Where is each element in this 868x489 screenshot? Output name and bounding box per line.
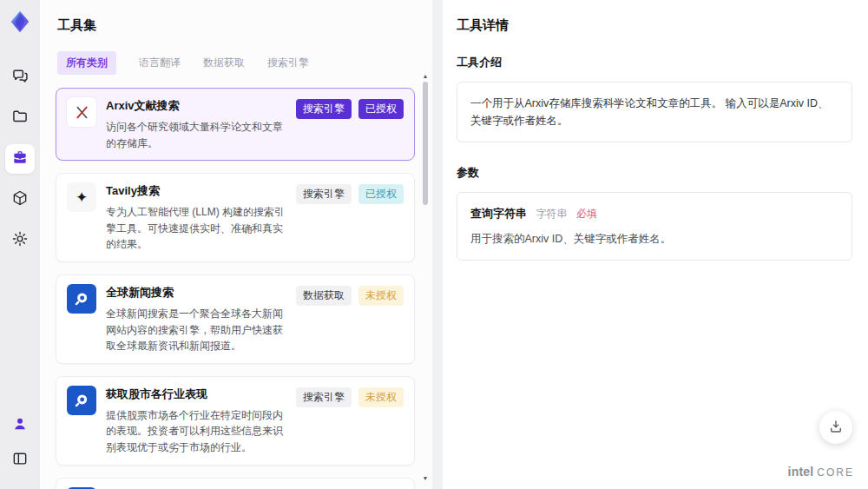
tool-list-panel: 工具集 所有类别语言翻译数据获取搜索引擎 Arxiv文献搜索 访问各个研究领域大… <box>40 0 432 489</box>
tool-name: Tavily搜索 <box>106 183 286 199</box>
sidebar-item-files[interactable] <box>5 103 35 133</box>
intro-heading: 工具介绍 <box>457 55 852 70</box>
detail-title: 工具详情 <box>457 17 852 34</box>
tab-1[interactable]: 语言翻译 <box>139 51 181 75</box>
sparkle-icon: ✦ <box>67 182 96 212</box>
brand-core: CORE <box>817 466 854 479</box>
list-scrollbar[interactable]: ▲ ▼ <box>421 73 430 482</box>
param-box: 查询字符串 字符串 必填 用于搜索的Arxiv ID、关键字或作者姓名。 <box>457 192 852 261</box>
tool-name: 获取股市各行业表现 <box>106 387 286 402</box>
auth-status-badge: 未授权 <box>358 387 404 407</box>
tool-name: Arxiv文献搜索 <box>106 98 286 114</box>
tool-name: 全球新闻搜索 <box>106 285 286 301</box>
sidebar-item-user[interactable] <box>5 411 35 440</box>
sidebar-item-collapse[interactable] <box>5 446 35 475</box>
category-badge: 搜索引擎 <box>296 387 352 407</box>
tool-description: 专为人工智能代理 (LLM) 构建的搜索引擎工具。可快速提供实时、准确和真实的结… <box>106 204 286 253</box>
tab-3[interactable]: 搜索引擎 <box>267 51 309 75</box>
panel-divider <box>432 0 443 489</box>
left-rail <box>0 0 40 489</box>
param-description: 用于搜索的Arxiv ID、关键字或作者姓名。 <box>470 231 838 248</box>
scrollbar-down-arrow[interactable]: ▼ <box>421 475 430 482</box>
scrollbar-thumb[interactable] <box>423 82 428 205</box>
app-window: 工具集 所有类别语言翻译数据获取搜索引擎 Arxiv文献搜索 访问各个研究领域大… <box>0 0 868 489</box>
package-icon <box>11 189 29 210</box>
tool-description: 提供股票市场各个行业在特定时间段内的表现。投资者可以利用这些信息来识别表现优于或… <box>106 407 286 456</box>
toolbox-icon <box>11 149 29 169</box>
auth-status-badge: 已授权 <box>358 184 404 204</box>
intro-box: 一个用于从Arxiv存储库搜索科学论文和文章的工具。 输入可以是Arxiv ID… <box>457 82 852 142</box>
sidebar-item-packages[interactable] <box>5 185 35 215</box>
params-heading: 参数 <box>457 165 852 181</box>
chat-icon <box>11 67 29 88</box>
tool-cards: Arxiv文献搜索 访问各个研究领域大量科学论文和文章的存储库。 搜索引擎 已授… <box>56 88 432 489</box>
sidebar-item-settings[interactable] <box>5 226 35 255</box>
tool-card[interactable]: 获取市场最活跃股票信息 提供当天交易量最高的股票列表，投资者可以利用这些信息来识… <box>56 478 415 489</box>
app-logo-icon <box>6 7 34 36</box>
tab-2[interactable]: 数据获取 <box>203 51 245 75</box>
user-icon <box>11 415 29 436</box>
tool-card[interactable]: 全球新闻搜索 全球新闻搜索是一个聚合全球各大新闻网站内容的搜索引擎，帮助用户快速… <box>56 274 415 364</box>
blue-search-icon <box>67 386 96 415</box>
auth-status-badge: 已授权 <box>358 99 404 119</box>
tool-card[interactable]: ✦ Tavily搜索 专为人工智能代理 (LLM) 构建的搜索引擎工具。可快速提… <box>56 173 415 262</box>
blue-search-icon <box>67 284 96 314</box>
brand-intel: intel <box>788 465 814 479</box>
auth-status-badge: 未授权 <box>358 286 404 306</box>
tool-description: 全球新闻搜索是一个聚合全球各大新闻网站内容的搜索引擎，帮助用户快速获取全球最新资… <box>106 306 286 354</box>
gear-icon <box>11 230 29 251</box>
category-badge: 搜索引擎 <box>296 184 352 204</box>
tool-card[interactable]: Arxiv文献搜索 访问各个研究领域大量科学论文和文章的存储库。 搜索引擎 已授… <box>56 88 415 161</box>
category-badge: 数据获取 <box>296 286 352 306</box>
param-header: 查询字符串 字符串 必填 <box>470 205 838 223</box>
tab-all-categories[interactable]: 所有类别 <box>57 51 116 75</box>
param-required-badge: 必填 <box>576 208 597 220</box>
intel-core-logo: intel CORE <box>788 465 854 479</box>
scrollbar-up-arrow[interactable]: ▲ <box>421 73 430 80</box>
tool-description: 访问各个研究领域大量科学论文和文章的存储库。 <box>106 119 286 151</box>
folder-icon <box>11 108 29 129</box>
download-button[interactable] <box>819 411 852 444</box>
panel-layout-icon <box>11 450 29 471</box>
category-badge: 搜索引擎 <box>296 99 352 119</box>
tool-detail-panel: 工具详情 工具介绍 一个用于从Arxiv存储库搜索科学论文和文章的工具。 输入可… <box>443 0 868 489</box>
tool-card[interactable]: 获取股市各行业表现 提供股票市场各个行业在特定时间段内的表现。投资者可以利用这些… <box>56 376 415 466</box>
download-icon <box>828 419 844 437</box>
param-type: 字符串 <box>536 208 567 220</box>
category-tabs: 所有类别语言翻译数据获取搜索引擎 <box>56 51 432 75</box>
param-name: 查询字符串 <box>470 207 527 220</box>
sidebar-item-chat[interactable] <box>5 63 35 92</box>
arxiv-icon <box>67 97 96 127</box>
sidebar-item-tools[interactable] <box>5 144 35 174</box>
page-title: 工具集 <box>57 17 432 34</box>
